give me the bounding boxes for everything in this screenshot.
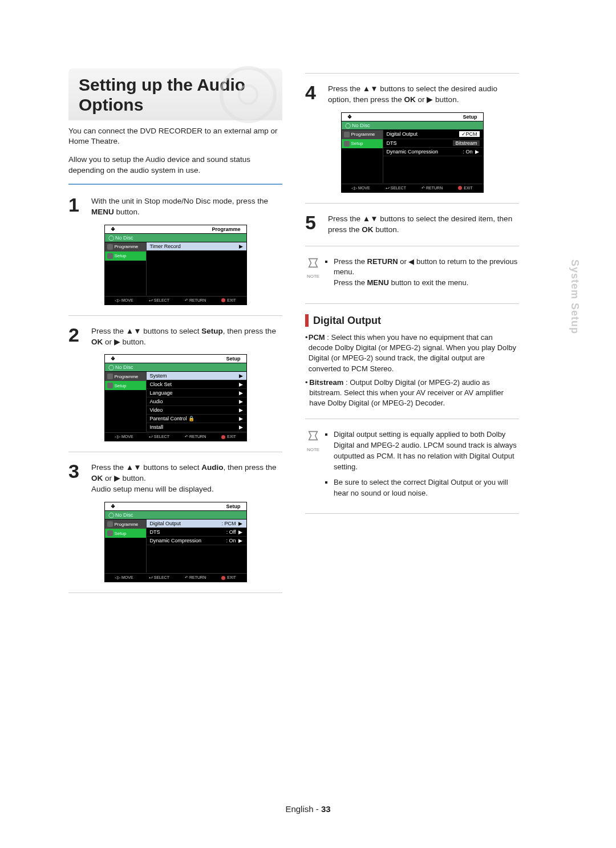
title-box: Setting up the Audio Options [68, 68, 282, 120]
step-5: 5 Press the ▲▼ buttons to select the des… [305, 214, 519, 236]
left-column: Setting up the Audio Options You can con… [68, 68, 282, 603]
osd-menu-1: ❖Programme ◯ No Disc Programme Setup Tim… [104, 225, 247, 305]
divider [68, 184, 282, 185]
intro-1: You can connect the DVD RECORDER to an e… [68, 126, 282, 147]
note-2: NOTE Digital output setting is equally a… [305, 429, 519, 503]
side-tab: System Setup [569, 259, 581, 334]
step-text: With the unit in Stop mode/No Disc mode,… [91, 196, 282, 218]
setup-icon [107, 253, 113, 259]
osd-menu-3: ❖Setup ◯ No Disc Programme Setup Digital… [104, 502, 247, 582]
disc-graphic [220, 66, 277, 123]
osd-menu-2: ❖Setup ◯ No Disc Programme Setup System▶… [104, 354, 247, 441]
step-3: 3 Press the ▲▼ buttons to select Audio, … [68, 462, 282, 495]
right-column: 4 Press the ▲▼ buttons to select the des… [305, 68, 519, 603]
intro-2: Allow you to setup the Audio device and … [68, 155, 282, 175]
page-footer: English - 33 [0, 804, 616, 814]
section-heading: Digital Output [305, 314, 519, 327]
step-1: 1 With the unit in Stop mode/No Disc mod… [68, 196, 282, 218]
osd-menu-4: ❖Setup ◯ No Disc Programme Setup Digital… [341, 112, 484, 193]
note-icon: NOTE [305, 257, 321, 294]
step-number: 1 [68, 196, 86, 218]
note-1: NOTE Press the RETURN or ◀ button to ret… [305, 257, 519, 294]
programme-icon [107, 244, 113, 250]
red-bar-icon [305, 314, 309, 327]
step-4: 4 Press the ▲▼ buttons to select the des… [305, 84, 519, 106]
step-2: 2 Press the ▲▼ buttons to select Setup, … [68, 326, 282, 348]
option-list: • PCM : Select this when you have no equ… [305, 332, 519, 408]
